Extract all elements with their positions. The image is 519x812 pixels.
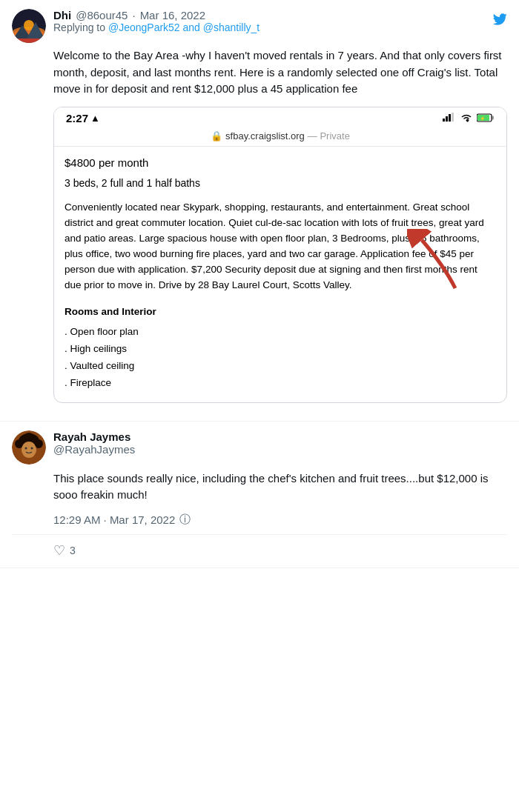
svg-rect-7 <box>443 119 445 122</box>
arrow-annotation <box>407 229 466 301</box>
separator: · <box>132 9 135 21</box>
tweet1: Dhi @86our45 · Mar 16, 2022 Replying to … <box>0 0 519 422</box>
status-time: 2:27 ▲ <box>66 112 100 124</box>
reply-to: Replying to @JeongPark52 and @shantilly_… <box>53 21 507 33</box>
url-text: sfbay.craigslist.org <box>225 130 305 142</box>
room-item-1: . Open floor plan <box>65 324 496 341</box>
reply-to-accounts[interactable]: @JeongPark52 and @shantilly_t <box>108 21 260 33</box>
listing-content: $4800 per month 3 beds, 2 full and 1 hal… <box>54 146 506 402</box>
info-icon: ⓘ <box>179 513 191 527</box>
twitter-bird-icon <box>492 12 507 30</box>
tweet1-header: Dhi @86our45 · Mar 16, 2022 Replying to … <box>12 9 507 43</box>
svg-rect-13 <box>492 116 495 119</box>
svg-point-20 <box>24 433 34 443</box>
svg-point-21 <box>22 442 36 458</box>
svg-point-23 <box>31 447 33 449</box>
svg-rect-8 <box>446 116 448 122</box>
tweet2-header: Rayah Jaymes @RayahJaymes <box>12 430 507 465</box>
listing-price: $4800 per month <box>65 154 496 171</box>
like-count: 3 <box>70 545 76 556</box>
tweet2-footer: 12:29 AM · Mar 17, 2022 ⓘ <box>12 513 507 527</box>
location-arrow: ▲ <box>90 113 100 124</box>
heart-icon[interactable]: ♡ <box>53 542 65 559</box>
phone-screenshot: 2:27 ▲ <box>53 107 507 403</box>
rooms-section: Rooms and Interior . Open floor plan . H… <box>65 304 496 392</box>
author-handle: @86our45 <box>76 9 128 21</box>
tweet2-actions: ♡ 3 <box>12 542 507 559</box>
room-item-2: . High ceilings <box>65 341 496 358</box>
url-suffix: — Private <box>308 130 350 142</box>
svg-point-22 <box>25 447 27 449</box>
author2-name: Rayah Jaymes <box>53 430 130 443</box>
battery-icon: ⚡ <box>477 112 495 125</box>
svg-rect-9 <box>449 114 451 122</box>
lock-icon: 🔒 <box>211 130 222 142</box>
signal-icon <box>443 113 456 124</box>
tweet1-meta: Dhi @86our45 · Mar 16, 2022 Replying to … <box>53 9 507 38</box>
room-item-3: . Vaulted ceiling <box>65 358 496 375</box>
tweet2-body: This place sounds really nice, including… <box>12 470 507 504</box>
tweet2-timestamp: 12:29 AM · Mar 17, 2022 <box>53 513 175 526</box>
svg-text:⚡: ⚡ <box>480 116 486 122</box>
listing-description: Conveniently located near Skypark, shopp… <box>65 200 496 293</box>
tweet2-meta: Rayah Jaymes @RayahJaymes <box>53 430 507 456</box>
avatar2 <box>12 430 46 465</box>
wifi-icon <box>460 112 472 125</box>
url-bar: 🔒 sfbay.craigslist.org — Private <box>54 128 506 146</box>
author-name: Dhi <box>53 9 71 21</box>
tweet-date: Mar 16, 2022 <box>140 9 205 21</box>
room-item-4: . Fireplace <box>65 375 496 392</box>
tweet1-body: Welcome to the Bay Area -why I haven't m… <box>12 47 507 98</box>
listing-beds: 3 beds, 2 full and 1 half baths <box>65 176 496 192</box>
reply-to-label: Replying to <box>53 21 105 33</box>
tweet2: Rayah Jaymes @RayahJaymes This place sou… <box>0 422 519 568</box>
avatar <box>12 9 46 43</box>
status-bar: 2:27 ▲ <box>54 107 506 128</box>
status-icons: ⚡ <box>443 112 495 125</box>
author2-handle: @RayahJaymes <box>53 443 135 456</box>
svg-rect-10 <box>452 113 454 122</box>
rooms-title: Rooms and Interior <box>65 304 496 321</box>
